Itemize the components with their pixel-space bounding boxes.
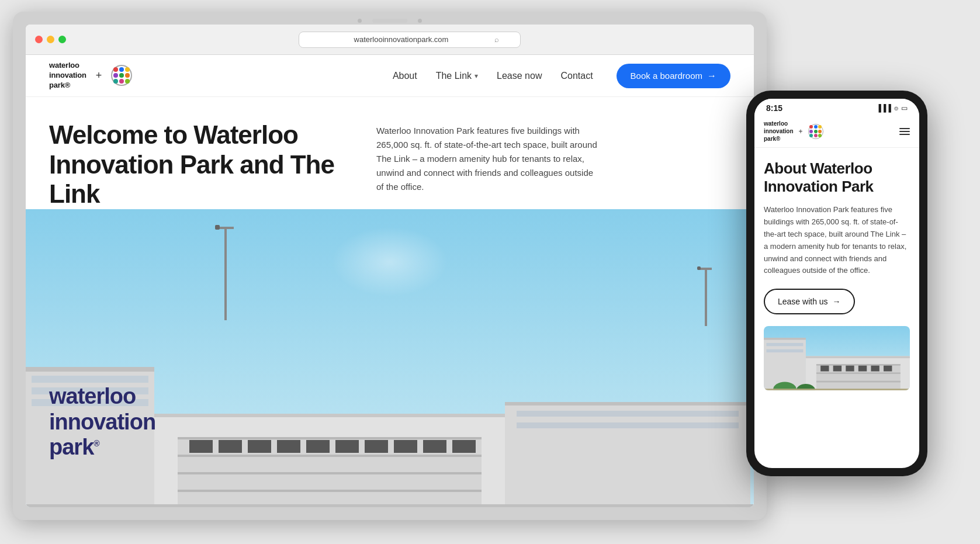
building-logo-park: park® (49, 435, 155, 460)
search-icon: ⌕ (494, 35, 499, 44)
logo-text: waterloo innovation park® (49, 61, 86, 91)
phone-page-content: About Waterloo Innovation Park Waterloo … (754, 148, 919, 468)
lease-with-us-button[interactable]: Lease with us → (764, 289, 855, 314)
phone-time: 8:15 (766, 103, 782, 113)
hero-body: Waterloo Innovation Park features five b… (376, 120, 730, 209)
logo-circle (111, 65, 132, 86)
lease-arrow-icon: → (833, 297, 841, 306)
building-image: waterloo innovation park® (26, 209, 754, 507)
svg-rect-14 (248, 440, 271, 453)
tl-green[interactable] (58, 36, 66, 43)
svg-rect-1 (26, 367, 154, 372)
svg-rect-21 (452, 440, 476, 453)
sky-glow (331, 227, 448, 297)
svg-rect-2 (32, 376, 148, 383)
book-boardroom-button[interactable]: Book a boardroom → (617, 64, 730, 88)
nav-the-link[interactable]: The Link ▾ (436, 71, 478, 81)
svg-rect-17 (335, 440, 359, 453)
laptop-screen: waterlooinnovationpark.com ⌕ waterloo in… (26, 25, 754, 507)
svg-rect-11 (178, 490, 482, 492)
svg-rect-26 (26, 504, 754, 507)
browser-chrome: waterlooinnovationpark.com ⌕ (26, 25, 754, 55)
phone-status-bar: 8:15 ▐▐▐ ⌾ ▭ (754, 99, 919, 115)
svg-rect-30 (767, 349, 804, 352)
svg-rect-39 (846, 366, 854, 372)
laptop-top-dots (358, 19, 422, 23)
signal-icon: ▐▐▐ (876, 104, 891, 112)
svg-rect-10 (178, 472, 482, 474)
tl-red[interactable] (35, 36, 43, 43)
svg-rect-15 (277, 440, 300, 453)
svg-rect-38 (833, 366, 842, 372)
arrow-icon: → (707, 71, 716, 81)
svg-rect-36 (816, 381, 901, 383)
phone-logo-text: waterloo innovation park® (764, 120, 794, 143)
laptop-device: waterlooinnovationpark.com ⌕ waterloo in… (13, 12, 767, 520)
phone-status-icons: ▐▐▐ ⌾ ▭ (876, 104, 908, 112)
nav-about[interactable]: About (393, 71, 417, 81)
address-bar-area: waterlooinnovationpark.com ⌕ (74, 32, 744, 48)
svg-rect-23 (505, 402, 750, 406)
svg-rect-40 (858, 366, 867, 372)
hamburger-menu-button[interactable] (899, 128, 910, 135)
url-text: waterlooinnovationpark.com (354, 35, 449, 44)
nav-contact[interactable]: Contact (560, 71, 593, 81)
phone-screen: 8:15 ▐▐▐ ⌾ ▭ waterloo innovation park® + (754, 99, 919, 468)
svg-rect-42 (884, 366, 892, 372)
lamp-post-left (224, 227, 227, 320)
tl-yellow[interactable] (47, 36, 54, 43)
svg-rect-28 (764, 338, 806, 340)
svg-rect-13 (219, 440, 242, 453)
logo-plus: + (96, 70, 102, 82)
phone-page-title: About Waterloo Innovation Park (764, 160, 910, 196)
hero-headline: Welcome to Waterloo Innovation Park and … (49, 120, 341, 209)
svg-rect-9 (178, 455, 482, 457)
phone-logo-circle (808, 124, 823, 139)
site-navigation: waterloo innovation park® + (26, 55, 754, 97)
svg-rect-20 (423, 440, 446, 453)
phone-logo: waterloo innovation park® + (764, 120, 823, 143)
hero-title: Welcome to Waterloo Innovation Park and … (49, 120, 341, 209)
svg-rect-18 (365, 440, 388, 453)
traffic-lights (35, 36, 66, 43)
phone-building-thumbnail (764, 326, 910, 390)
site-logo: waterloo innovation park® + (49, 61, 132, 91)
svg-rect-24 (517, 411, 739, 417)
chevron-down-icon: ▾ (475, 72, 478, 80)
building-logo-text: waterloo innovation park® (49, 384, 155, 460)
svg-rect-22 (505, 402, 750, 507)
hero-section: Welcome to Waterloo Innovation Park and … (26, 97, 754, 507)
hero-description: Waterloo Innovation Park features five b… (376, 124, 598, 194)
phone-nav: waterloo innovation park® + (754, 115, 919, 148)
hero-top: Welcome to Waterloo Innovation Park and … (26, 97, 754, 209)
lamp-post-right (705, 268, 707, 326)
svg-rect-41 (871, 366, 879, 372)
svg-rect-12 (189, 440, 213, 453)
nav-lease-now[interactable]: Lease now (497, 71, 542, 81)
nav-links: About The Link ▾ Lease now Contact (393, 71, 593, 81)
phone-logo-dots (809, 125, 822, 137)
svg-rect-34 (816, 364, 901, 366)
svg-rect-25 (517, 422, 739, 428)
svg-rect-29 (767, 343, 804, 346)
svg-rect-19 (394, 440, 417, 453)
svg-rect-37 (820, 366, 829, 372)
website-content: waterloo innovation park® + (26, 55, 754, 507)
svg-rect-35 (816, 373, 901, 375)
wifi-icon: ⌾ (894, 104, 898, 112)
logo-dots (113, 67, 130, 84)
svg-rect-32 (806, 356, 910, 359)
phone-logo-plus: + (799, 127, 803, 136)
phone-building-svg (764, 332, 910, 390)
phone-device: 8:15 ▐▐▐ ⌾ ▭ waterloo innovation park® + (746, 91, 927, 476)
url-bar[interactable]: waterlooinnovationpark.com ⌕ (299, 32, 521, 48)
svg-rect-8 (178, 437, 482, 439)
battery-icon: ▭ (901, 104, 908, 112)
svg-rect-6 (154, 414, 505, 417)
svg-rect-16 (306, 440, 330, 453)
phone-page-body: Waterloo Innovation Park features five b… (764, 204, 910, 277)
svg-rect-45 (764, 389, 910, 390)
